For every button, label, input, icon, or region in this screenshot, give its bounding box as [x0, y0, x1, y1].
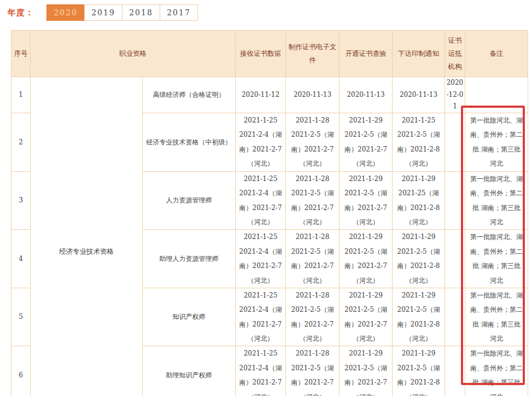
remark-cell: 第一批除河北、湖南、贵州外；第二批 湖南；第三批 河北: [465, 288, 528, 346]
verify-cell: 2021-1-29 2021-2-5（湖南）2021-2-7（河北）: [340, 230, 393, 288]
make-cell: 2021-1-28 2021-2-5（湖南）2021-2-7（河北）: [286, 113, 340, 171]
make-cell: 2021-1-28 2021-2-5（湖南）2021-2-7（河北）: [286, 171, 340, 230]
verify-cell: 2021-1-29 2021-2-5（湖南）2021-2-7（河北）: [340, 113, 393, 171]
arrive-cell: [445, 171, 465, 230]
row-number-cell: 5: [11, 288, 31, 346]
qualification-cell: 助理知识产权师: [143, 346, 236, 396]
remark-cell: 第一批除河北、湖南、贵州外；第二批 湖南；第三批 河北: [465, 230, 528, 288]
certificate-schedule-table: 序号 职业资格 接收证书数据 制作证书电子文件 开通证书查验 下达印制通知 证书…: [11, 30, 528, 396]
header-verify: 开通证书查验: [340, 31, 393, 77]
row-number-cell: 6: [11, 346, 31, 396]
year-tab-2019[interactable]: 2019: [84, 4, 122, 21]
print-cell: 2020-11-13: [393, 77, 445, 113]
remark-cell: 第一批除河北、湖南、贵州外；第二批 湖南；第三批 河北: [465, 346, 528, 396]
print-cell: 2021-1-29 2021-2-5（湖南）2021-2-8（河北）: [393, 230, 445, 288]
row-number-cell: 2: [11, 113, 31, 171]
print-cell: 2021-1-29 2021-2-5（湖南）2021-2-8（河北）: [393, 288, 445, 346]
receive-cell: 2021-1-25 2021-2-4（湖南）2021-2-7（河北）: [236, 230, 286, 288]
header-no: 序号: [11, 31, 31, 77]
make-cell: 2021-1-28 2021-2-5（湖南）2021-2-7（河北）: [286, 288, 340, 346]
make-cell: 2020-11-13: [286, 77, 340, 113]
row-number-cell: 4: [11, 230, 31, 288]
year-tab-2017[interactable]: 2017: [160, 4, 198, 21]
qualification-cell: 人力资源管理师: [143, 171, 236, 230]
verify-cell: 2021-1-29 2021-2-5（湖南）2021-2-7（河北）: [340, 346, 393, 396]
year-tab-2020[interactable]: 2020: [46, 4, 85, 21]
year-filter-label: 年度：: [8, 8, 34, 18]
header-qualification: 职业资格: [31, 31, 236, 77]
print-cell: 2021-1-25 2021-2-5（湖南）2021-2-8（河北）: [393, 113, 445, 171]
arrive-cell: [445, 230, 465, 288]
receive-cell: 2021-1-25 2021-2-4（湖南）2021-2-7（河北）: [236, 113, 286, 171]
qualification-cell: 经济专业技术资格（中初级）: [143, 113, 236, 171]
year-filter-bar: 年度： 2020201920182017: [8, 4, 198, 21]
print-cell: 2021-1-29 2021-25（湖南）2021-2-8（河北）: [393, 171, 445, 230]
header-print: 下达印制通知: [393, 31, 445, 77]
row-number-cell: 1: [11, 77, 31, 113]
receive-cell: 2021-1-25 2021-2-4（湖南）2021-2-7（河北）: [236, 346, 286, 396]
arrive-cell: [445, 113, 465, 171]
receive-cell: 2020-11-12: [236, 77, 286, 113]
qualification-cell: 高级经济师（合格证明）: [143, 77, 236, 113]
category-cell: 经济专业技术资格: [31, 77, 143, 396]
year-tab-2018[interactable]: 2018: [122, 4, 160, 21]
print-cell: 2021-1-29 2021-2-5（湖南）2021-2-8（河北）: [393, 346, 445, 396]
qualification-cell: 助理人力资源管理师: [143, 230, 236, 288]
receive-cell: 2021-1-25 2021-2-4（湖南）2021-2-7（河北）: [236, 288, 286, 346]
remark-cell: [465, 77, 528, 113]
verify-cell: 2020-11-13: [340, 77, 393, 113]
receive-cell: 2021-1-25 2021-2-4（湖南）2021-2-7（河北）: [236, 171, 286, 230]
header-arrive: 证书运抵机构: [445, 31, 465, 77]
verify-cell: 2021-1-29 2021-2-5（湖南）2021-2-7（河北）: [340, 171, 393, 230]
row-number-cell: 3: [11, 171, 31, 230]
remark-cell: 第一批除河北、湖南、贵州外；第二批 湖南；第三批 河北: [465, 171, 528, 230]
arrive-cell: [445, 288, 465, 346]
make-cell: 2021-1-28 2021-2-5（湖南）2021-2-7（河北）: [286, 346, 340, 396]
table-row: 1经济专业技术资格高级经济师（合格证明）2020-11-122020-11-13…: [11, 77, 528, 113]
make-cell: 2021-1-28 2021-2-5（湖南）2021-2-7（河北）: [286, 230, 340, 288]
qualification-cell: 知识产权师: [143, 288, 236, 346]
verify-cell: 2021-1-29 2021-2-5（湖南）2021-2-7（河北）: [340, 288, 393, 346]
year-tabs: 2020201920182017: [47, 4, 198, 21]
table-body: 1经济专业技术资格高级经济师（合格证明）2020-11-122020-11-13…: [11, 77, 528, 396]
header-receive: 接收证书数据: [236, 31, 286, 77]
arrive-cell: [445, 346, 465, 396]
remark-cell: 第一批除河北、湖南、贵州外；第二批 湖南；第三批 河北: [465, 113, 528, 171]
table-header-row: 序号 职业资格 接收证书数据 制作证书电子文件 开通证书查验 下达印制通知 证书…: [11, 31, 528, 77]
arrive-cell: 2020-12-01: [445, 77, 465, 113]
header-make: 制作证书电子文件: [286, 31, 340, 77]
header-remark: 备注: [465, 31, 528, 77]
